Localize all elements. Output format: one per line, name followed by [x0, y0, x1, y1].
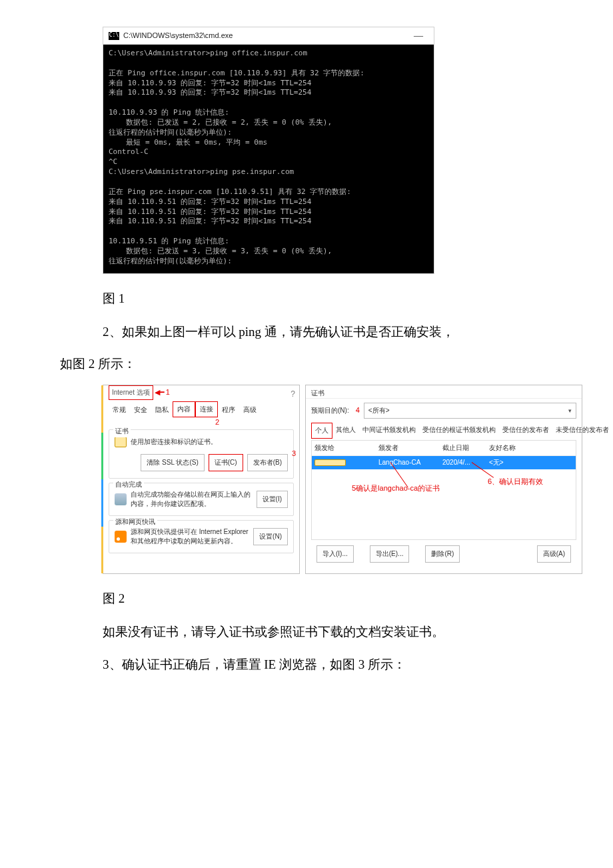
certificates-dialog: 证书 预期目的(N): 4 <所有> ▾ 个人 其他人 中间证书颁发机构 受信任… — [305, 385, 582, 574]
cert-item-icon — [314, 459, 346, 466]
cert-issuer: LangChao-CA — [378, 457, 442, 469]
cert-tab-trusted-pub[interactable]: 受信任的发布者 — [499, 423, 552, 439]
settings-screenshot-row: Internet 选项 ◀━ 1 ? 常规 安全 隐私 内容 连接 程序 高级 … — [103, 385, 582, 574]
cert-buttons: 导入(I)... 导出(E)... 删除(R) 高级(A) — [311, 540, 576, 568]
clear-ssl-button[interactable]: 清除 SSL 状态(S) — [141, 454, 204, 471]
certificates-button[interactable]: 证书(C) — [209, 454, 243, 471]
paragraph-2-line1: 2、如果如上图一样可以 ping 通，请先确认证书是否正确安装， — [103, 321, 553, 343]
figure-1-caption: 图 1 — [103, 287, 553, 310]
cert-icon — [115, 437, 127, 447]
user-icon — [115, 493, 127, 505]
internet-options-dialog: Internet 选项 ◀━ 1 ? 常规 安全 隐私 内容 连接 程序 高级 … — [103, 385, 300, 574]
annotation-4: 4 — [356, 404, 360, 417]
paragraph-2-line2: 如图 2 所示： — [60, 353, 553, 375]
cert-tab-other[interactable]: 其他人 — [332, 423, 359, 439]
ie-tab-content[interactable]: 内容 — [173, 401, 195, 417]
cert-tab-untrusted[interactable]: 未受信任的发布者 — [552, 423, 612, 439]
annotation-6: 6、确认日期有效 — [488, 475, 543, 489]
cmd-icon: C:\ — [109, 32, 119, 40]
ie-group-feed-title: 源和网页快讯 — [113, 516, 157, 528]
ie-titlebar: Internet 选项 ◀━ 1 ? — [103, 385, 299, 400]
help-icon[interactable]: ? — [291, 387, 295, 402]
ie-group-autocomplete: 自动完成 自动完成功能会存储以前在网页上输入的内容，并向你建议匹配项。 设置(I… — [109, 483, 294, 516]
side-stripe — [101, 385, 103, 573]
paragraph-3: 3、确认证书正确后，请重置 IE 浏览器，如图 3 所示： — [103, 653, 553, 676]
delete-button[interactable]: 删除(R) — [425, 545, 460, 563]
annotation-5: 5确认是langchao-ca的证书 — [352, 482, 440, 495]
ie-tab-programs[interactable]: 程序 — [218, 403, 239, 417]
export-button[interactable]: 导出(E)... — [370, 545, 410, 563]
cert-title: 证书 — [306, 385, 582, 399]
cert-purpose-row: 预期目的(N): 4 <所有> ▾ — [311, 403, 576, 419]
col-issued-to: 颁发给 — [314, 442, 378, 454]
settings-n-button[interactable]: 设置(N) — [253, 528, 288, 545]
cert-purpose-value: <所有> — [368, 405, 390, 417]
arrow-left-icon: ◀━ — [155, 386, 165, 399]
minimize-icon[interactable]: — — [410, 31, 427, 41]
ie-auto-text: 自动完成功能会存储以前在网页上输入的内容，并向你建议匹配项。 — [131, 490, 253, 509]
ie-tab-privacy[interactable]: 隐私 — [151, 403, 173, 417]
cert-purpose-label: 预期目的(N): — [311, 405, 349, 417]
ie-tab-row: 常规 安全 隐私 内容 连接 程序 高级 — [103, 400, 299, 417]
import-button[interactable]: 导入(I)... — [316, 545, 354, 563]
chevron-down-icon: ▾ — [568, 405, 572, 416]
cmd-window: C:\ C:\WINDOWS\system32\cmd.exe — C:\Use… — [103, 27, 434, 274]
cert-tab-trusted-root[interactable]: 受信任的根证书颁发机构 — [419, 423, 499, 439]
cert-friendly: <无> — [489, 457, 573, 469]
col-issuer: 颁发者 — [378, 442, 442, 454]
ie-group-cert: 证书 使用加密连接和标识的证书。 3 清除 SSL 状态(S) 证书(C) 发布… — [109, 429, 294, 479]
cert-list: 颁发给 颁发者 截止日期 友好名称 LangChao-CA 2020/4/...… — [311, 440, 576, 540]
ie-tab-connections[interactable]: 连接 — [195, 401, 218, 417]
col-expiry: 截止日期 — [442, 442, 489, 454]
annotation-3: 3 — [292, 447, 296, 461]
settings-i-button[interactable]: 设置(I) — [257, 491, 288, 508]
ie-group-auto-title: 自动完成 — [113, 479, 144, 491]
ie-tab-general[interactable]: 常规 — [109, 403, 130, 417]
publishers-button[interactable]: 发布者(B) — [247, 454, 288, 471]
cmd-title-bar: C:\ C:\WINDOWS\system32\cmd.exe — — [103, 27, 434, 45]
cmd-title: C:\WINDOWS\system32\cmd.exe — [123, 29, 428, 43]
advanced-button[interactable]: 高级(A) — [537, 545, 571, 563]
rss-icon — [115, 531, 127, 543]
ie-cert-text: 使用加密连接和标识的证书。 — [131, 437, 288, 447]
ie-group-cert-title: 证书 — [113, 425, 131, 437]
figure-2-caption: 图 2 — [103, 587, 553, 610]
cert-tab-personal[interactable]: 个人 — [311, 423, 332, 439]
ie-title-text: Internet 选项 — [109, 385, 153, 400]
ie-tab-security[interactable]: 安全 — [130, 403, 151, 417]
col-friendly: 友好名称 — [489, 442, 573, 454]
paragraph-nocert: 如果没有证书，请导入证书或参照证书下载的文档安装证书。 — [103, 621, 553, 643]
ie-group-feeds: 源和网页快讯 源和网页快讯提供可在 Internet Explorer 和其他程… — [109, 520, 294, 553]
cert-row-selected[interactable]: LangChao-CA 2020/4/... <无> — [312, 456, 576, 469]
cert-tab-row: 个人 其他人 中间证书颁发机构 受信任的根证书颁发机构 受信任的发布者 未受信任… — [311, 423, 576, 439]
annotation-1: 1 — [166, 386, 170, 399]
cert-tab-intermediate[interactable]: 中间证书颁发机构 — [359, 423, 419, 439]
cert-purpose-select[interactable]: <所有> ▾ — [364, 403, 576, 419]
cert-expiry: 2020/4/... — [442, 457, 489, 469]
annotation-2: 2 — [215, 416, 219, 429]
ie-tab-advanced[interactable]: 高级 — [239, 403, 261, 417]
ie-feed-text: 源和网页快讯提供可在 Internet Explorer 和其他程序中读取的网站… — [131, 527, 249, 546]
cmd-output: C:\Users\Administrator>ping office.inspu… — [103, 45, 434, 273]
cert-columns: 颁发给 颁发者 截止日期 友好名称 — [312, 441, 576, 456]
